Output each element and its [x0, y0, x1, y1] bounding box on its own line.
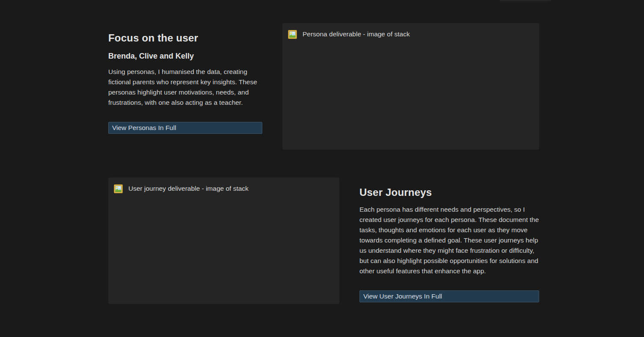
personas-heading: Focus on the user: [108, 32, 262, 44]
persona-card-label: Persona deliverable - image of stack: [303, 30, 410, 39]
section-user-journeys: User journey deliverable - image of stac…: [108, 177, 539, 304]
framed-picture-icon: [114, 184, 123, 193]
user-journeys-heading: User Journeys: [359, 186, 539, 199]
user-journey-card-label: User journey deliverable - image of stac…: [128, 184, 249, 193]
user-journeys-description: Each persona has different needs and per…: [359, 204, 539, 276]
user-journeys-text-column: User Journeys Each persona has different…: [359, 177, 539, 302]
personas-text-column: Focus on the user Brenda, Clive and Kell…: [108, 23, 262, 134]
page-canvas: Focus on the user Brenda, Clive and Kell…: [0, 0, 644, 337]
persona-deliverable-card[interactable]: Persona deliverable - image of stack: [282, 23, 539, 150]
section-personas: Focus on the user Brenda, Clive and Kell…: [108, 23, 539, 150]
personas-description: Using personas, I humanised the data, cr…: [108, 67, 262, 108]
view-personas-link[interactable]: View Personas In Full: [108, 122, 262, 134]
personas-subheading: Brenda, Clive and Kelly: [108, 51, 262, 61]
view-user-journeys-link[interactable]: View User Journeys In Full: [359, 290, 539, 302]
framed-picture-icon: [288, 30, 297, 39]
top-partial-element: [499, 0, 551, 1]
user-journey-deliverable-card[interactable]: User journey deliverable - image of stac…: [108, 177, 339, 304]
